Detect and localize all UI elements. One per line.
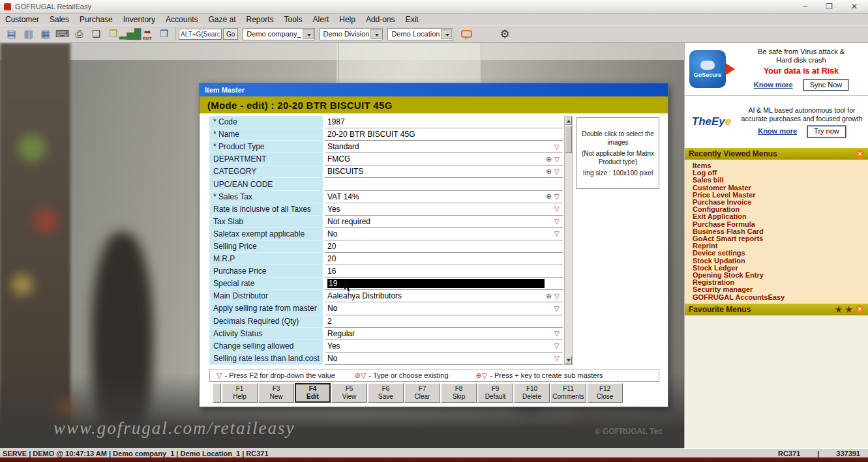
menubar-item[interactable]: Gaze at (203, 15, 241, 24)
global-search-input[interactable] (179, 29, 222, 40)
gosecure-know-more-link[interactable]: Know more (754, 81, 793, 90)
menubar-item[interactable]: Sales (44, 15, 74, 24)
field-input[interactable]: 20 ⊕ ▽ (325, 253, 563, 265)
field-input[interactable]: FMCG ⊕ ▽ (325, 153, 563, 166)
company-select[interactable]: Demo company_ (243, 28, 314, 40)
field-input[interactable]: Aaleahya Distributors ⊕ ▽ (325, 290, 563, 302)
field-input[interactable]: BISCUITS ⊕ ▽ (325, 166, 563, 178)
chat-bubble-icon[interactable] (461, 30, 472, 38)
dropdown-triangle-icon[interactable]: ▽ (554, 230, 563, 237)
create-submaster-icon[interactable]: ⊕ (546, 155, 554, 164)
menubar-item[interactable]: Alert (308, 15, 335, 24)
field-input[interactable]: VAT 14% ⊕ ▽ (325, 191, 563, 203)
menubar-item[interactable]: Inventory (118, 15, 160, 24)
function-button[interactable]: F4 Edit (295, 383, 331, 403)
scrollbar-thumb[interactable] (565, 126, 572, 153)
function-button[interactable]: F9 Default (477, 383, 513, 403)
dropdown-triangle-icon[interactable]: ▽ (554, 168, 563, 175)
table-icon[interactable]: ▦ (37, 27, 53, 41)
function-button[interactable]: F6 Save (368, 383, 404, 403)
dropdown-triangle-icon[interactable]: ▽ (554, 354, 563, 362)
field-input[interactable]: No ⊕ ▽ (325, 353, 563, 365)
field-input[interactable]: 2 ⊕ ▽ (325, 315, 563, 328)
dropdown-triangle-icon[interactable]: ▽ (554, 205, 563, 212)
dropdown-triangle-icon[interactable]: ▽ (554, 330, 563, 337)
dropdown-triangle-icon[interactable]: ▽ (554, 218, 563, 225)
collapse-circle-icon[interactable]: ✕ (856, 305, 864, 313)
menubar-item[interactable]: Add-ons (361, 15, 400, 24)
sync-now-button[interactable]: Sync Now (803, 79, 849, 91)
recent-menu-item[interactable]: Exit Application (693, 213, 868, 220)
dropdown-triangle-icon[interactable]: ▽ (554, 342, 563, 349)
create-submaster-icon[interactable]: ⊕ (546, 167, 554, 176)
field-input[interactable]: No ⊕ ▽ (325, 302, 563, 315)
recent-menu-item[interactable]: GoAct Smart reports (693, 235, 868, 242)
field-input[interactable]: 1987 ⊕ ▽ (325, 116, 563, 128)
settings-gear-icon[interactable]: ⚙ (500, 27, 509, 41)
menubar-item[interactable]: Exit (400, 15, 424, 24)
function-button[interactable]: F1 Help (222, 383, 258, 403)
search-go-button[interactable]: Go (223, 28, 238, 40)
division-select[interactable]: Demo Division (320, 28, 383, 40)
scroll-down-button[interactable] (565, 356, 572, 364)
index-cards-icon[interactable]: ▥ (20, 27, 37, 41)
dropdown-triangle-icon[interactable]: ▽ (554, 305, 563, 312)
field-input[interactable]: Standard ⊕ ▽ (325, 141, 563, 153)
theeye-know-more-link[interactable]: Know more (758, 127, 797, 136)
field-input[interactable]: 20 ⊕ ▽ (325, 240, 563, 253)
keypad-icon[interactable]: ⌨ (54, 27, 70, 41)
recent-menu-item[interactable]: Items (693, 162, 868, 169)
recent-menu-item[interactable]: GOFRUGAL AccountsEasy (693, 294, 868, 301)
create-submaster-icon[interactable]: ⊕ (546, 192, 554, 201)
favourite-star-icon[interactable]: ★ (845, 305, 852, 314)
document-icon[interactable]: ❏ (88, 27, 104, 41)
dialog-titlebar[interactable]: Item Master (200, 83, 668, 96)
function-button[interactable]: F3 New (258, 383, 294, 403)
menubar-item[interactable]: Tools (279, 15, 308, 24)
dropdown-triangle-icon[interactable]: ▽ (554, 193, 563, 200)
preview-document-icon[interactable]: ❒ (156, 27, 172, 41)
recent-menu-item[interactable]: Device settings (693, 250, 868, 257)
field-input[interactable]: Regular ⊕ ▽ (325, 328, 563, 340)
form-scrollbar[interactable] (564, 116, 573, 365)
close-button[interactable]: ✕ (851, 2, 858, 11)
function-button[interactable]: F8 Skip (441, 383, 477, 403)
menubar-item[interactable]: Help (334, 15, 361, 24)
favourite-star-icon[interactable]: ★ (835, 305, 842, 314)
chart-icon[interactable]: ▂▅█ (122, 27, 138, 41)
dropdown-triangle-icon[interactable]: ▽ (554, 156, 563, 163)
ledger-icon[interactable]: ▤ (3, 27, 20, 41)
menubar-item[interactable]: Purchase (74, 15, 118, 24)
field-input[interactable]: ⊕ ▽ (325, 178, 563, 190)
function-button[interactable]: F10 Delete (514, 383, 550, 403)
dropdown-triangle-icon[interactable]: ▽ (554, 143, 563, 151)
exit-icon[interactable]: ➡ EXIT (139, 26, 156, 42)
printer-icon[interactable]: ⎙ (71, 27, 87, 41)
field-input[interactable]: 19 ⊕ ▽ (325, 278, 563, 290)
field-input[interactable]: Not required ⊕ ▽ (325, 216, 563, 228)
collapse-circle-icon[interactable]: ✕ (856, 150, 864, 158)
create-submaster-icon[interactable]: ⊕ (546, 292, 554, 300)
recent-menu-item[interactable]: Sales bill (693, 177, 868, 184)
field-input[interactable]: 16 ⊕ ▽ (325, 265, 563, 278)
blank-button[interactable] (213, 383, 221, 403)
menubar-item[interactable]: Accounts (160, 15, 203, 24)
menubar-item[interactable]: Customer (0, 15, 44, 24)
maximize-button[interactable]: ❒ (826, 2, 833, 11)
field-input[interactable]: No ⊕ ▽ (325, 228, 563, 240)
scroll-up-button[interactable] (565, 117, 572, 125)
location-select[interactable]: Demo Location (387, 28, 453, 40)
dropdown-triangle-icon[interactable]: ▽ (554, 293, 563, 300)
menubar-item[interactable]: Reports (241, 15, 279, 24)
field-input[interactable]: 20-20 BTR BISCUIT 45G ⊕ ▽ (325, 128, 563, 141)
field-input[interactable]: Yes ⊕ ▽ (325, 203, 563, 216)
function-button[interactable]: F7 Clear (404, 383, 440, 403)
field-input[interactable]: Yes ⊕ ▽ (325, 340, 563, 353)
function-button[interactable]: F11 Comments (550, 383, 586, 403)
try-now-button[interactable]: Try now (807, 126, 846, 137)
recent-menu-item[interactable]: Security manager (693, 286, 868, 293)
item-image-box[interactable]: Double click to select the images (Not a… (576, 117, 659, 189)
function-button[interactable]: F12 Close (587, 383, 623, 403)
minimize-button[interactable]: – (803, 2, 807, 11)
function-button[interactable]: F5 View (331, 383, 367, 403)
